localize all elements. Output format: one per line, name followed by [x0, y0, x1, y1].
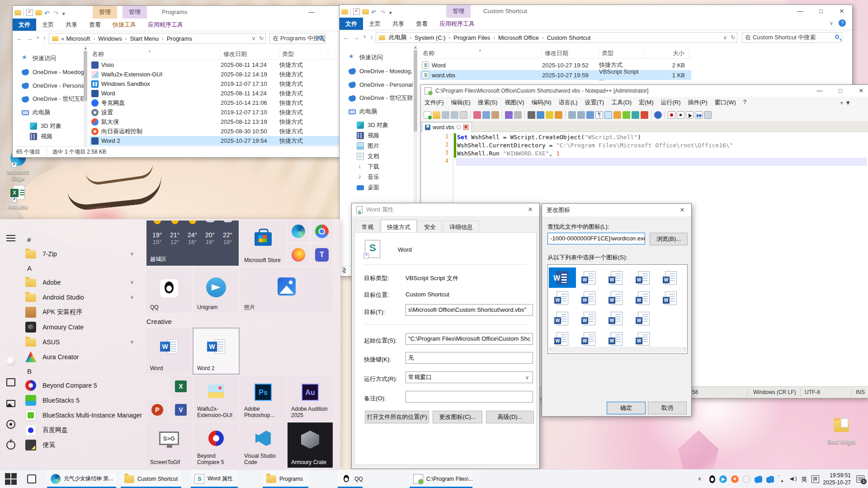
breadcrumb-item[interactable]: Microsoft	[66, 35, 91, 42]
tray-clock[interactable]: 19:59:51 2025-10-27	[823, 472, 851, 486]
icon-option[interactable]	[630, 328, 657, 349]
open-file-icon[interactable]	[433, 111, 440, 119]
sidebar-item[interactable]: OneDrive - 世纪互联	[340, 93, 417, 103]
tile-microsoft-store[interactable]: Microsoft Store	[241, 221, 286, 266]
redo-icon[interactable]	[380, 8, 387, 15]
start-button[interactable]	[5, 473, 17, 485]
menu-item[interactable]: 宏(M)	[635, 99, 657, 107]
sync-v-icon[interactable]	[568, 111, 576, 119]
icon-path-input[interactable]: -1000-0000000FF1CE}\wordicon.exe	[547, 233, 645, 244]
sync-h-icon[interactable]	[577, 111, 585, 119]
sidebar-item[interactable]: 桌面	[340, 182, 417, 192]
recent-icon[interactable]: ∨	[363, 34, 366, 41]
menu-item[interactable]: 视图(V)	[501, 99, 528, 107]
print-icon[interactable]	[460, 111, 467, 119]
taskbar-button-notepad[interactable]: C:\Program Files\...	[410, 469, 472, 488]
tray-ime-indicator[interactable]: 拼	[811, 475, 819, 483]
cut-icon[interactable]	[473, 111, 481, 119]
icon-option[interactable]	[576, 328, 603, 349]
menu-item[interactable]: 文件(F)	[421, 99, 448, 107]
minimize-button[interactable]: —	[809, 85, 830, 97]
app-list-item[interactable]: APK 安装程序 ∨	[22, 305, 140, 319]
pictures-icon[interactable]	[6, 400, 15, 407]
qat-customize-icon[interactable]	[389, 8, 396, 15]
icon-option[interactable]	[603, 308, 630, 328]
tray-app-icon[interactable]	[731, 475, 739, 483]
address-dropdown-icon[interactable]: ∨	[251, 35, 255, 42]
run-macro-multi-icon[interactable]	[695, 111, 703, 119]
search-input[interactable]: 在 Custom Shortcut 中搜索	[742, 32, 842, 43]
context-tab-app-tools[interactable]: 管理	[123, 6, 147, 19]
file-row[interactable]: 设置 2019-12-07 17:10 快捷方式	[90, 108, 341, 117]
icon-list[interactable]: ‹›	[547, 264, 688, 354]
start-in-input[interactable]: "C:\Program Files\Microsoft Office\Custo…	[406, 333, 533, 345]
settings-icon[interactable]	[6, 420, 15, 429]
sidebar-item[interactable]: 下载	[340, 161, 417, 172]
indent-guide-icon[interactable]	[604, 111, 612, 119]
ribbon-tab[interactable]: 应用程序工具	[434, 18, 481, 30]
up-icon[interactable]: ↑	[370, 34, 373, 41]
file-row[interactable]: Word 2 2025-10-27 19:54 快捷方式	[90, 136, 341, 145]
save-all-icon[interactable]	[451, 111, 458, 119]
tray-onedrive2-icon[interactable]	[766, 475, 774, 483]
word-wrap-icon[interactable]	[586, 111, 594, 119]
undo-icon[interactable]	[371, 8, 378, 15]
breadcrumb-item[interactable]: Start Menu	[129, 35, 160, 42]
expand-chevron-icon[interactable]: ∨	[130, 251, 134, 257]
app-list-item[interactable]: 便笺 ∨	[22, 437, 140, 452]
taskbar-button-qq[interactable]: QQ	[338, 469, 363, 488]
breadcrumb-item[interactable]: Programs	[166, 35, 193, 42]
app-list-item[interactable]: 百度网盘 ∨	[22, 422, 140, 437]
maximize-button[interactable]: □	[830, 85, 851, 97]
close-button[interactable]: ✕	[521, 203, 539, 216]
refresh-icon[interactable]: ↻	[731, 34, 735, 41]
tile-visio[interactable]: V	[170, 399, 192, 421]
file-row[interactable]: Windows Sandbox 2019-12-07 17:10 快捷方式	[90, 79, 341, 89]
forward-icon[interactable]: →	[26, 35, 33, 42]
breadcrumb[interactable]: 此电脑›System (C:)›Program Files›Microsoft …	[376, 32, 737, 43]
menu-item[interactable]: 编辑(E)	[448, 99, 474, 107]
tile-audition[interactable]: Au Adobe Audition 2025	[288, 375, 333, 421]
ribbon-tab[interactable]: 共享	[60, 19, 83, 31]
sidebar-item[interactable]: 图片	[340, 141, 417, 151]
ribbon-tab[interactable]: 主页	[36, 19, 60, 31]
browse-button[interactable]: 浏览(B)...	[650, 233, 688, 245]
breadcrumb-item[interactable]: Custom Shortcut	[546, 34, 592, 41]
tile-screentogif[interactable]: S>G ScreenToGif	[146, 422, 192, 468]
quick-access-toolbar[interactable]	[341, 7, 396, 15]
ribbon-tab[interactable]: 查看	[410, 18, 434, 30]
monitor-icon[interactable]	[654, 111, 662, 119]
task-view-button[interactable]	[27, 474, 36, 483]
app-list-item[interactable]: Armoury Crate ∨	[22, 319, 140, 334]
menu-item[interactable]: 窗口(W)	[711, 99, 740, 107]
file-row[interactable]: word.vbs 2025-10-27 19:59 VBScript Scrip…	[420, 70, 691, 80]
titlebar[interactable]: 管理 Custom Shortcut — □ ✕	[340, 5, 852, 18]
icon-option[interactable]	[603, 267, 630, 288]
icon-option[interactable]	[549, 328, 576, 349]
app-list-item[interactable]: # ∨	[22, 233, 140, 246]
column-name[interactable]: 名称∧	[90, 49, 221, 59]
replace-icon[interactable]	[537, 111, 544, 119]
file-row[interactable]: Word 2025-08-11 14:24 快捷方式	[90, 89, 341, 98]
sidebar-item[interactable]: OneDrive - Moedog,	[340, 66, 417, 76]
breadcrumb-item[interactable]: System (C:)	[414, 34, 447, 41]
tile-armoury-crate[interactable]: Armoury Crate	[288, 422, 333, 468]
app-list-item[interactable]: ASUS ∨	[22, 334, 140, 349]
column-date[interactable]: 修改日期	[542, 48, 599, 58]
icon-option[interactable]	[657, 267, 684, 288]
tab-controls[interactable]: + ▼	[836, 99, 854, 106]
column-size[interactable]: 大小	[644, 48, 689, 58]
copy-icon[interactable]	[482, 111, 490, 119]
ribbon-tab[interactable]: 文件	[340, 18, 363, 30]
tile-teams[interactable]: T	[311, 244, 333, 266]
expand-chevron-icon[interactable]: ∨	[130, 339, 134, 345]
context-tab-shortcut-tools[interactable]: 管理	[93, 6, 117, 19]
zoom-out-icon[interactable]	[555, 111, 562, 119]
menu-item[interactable]: 工具(O)	[608, 99, 635, 107]
tray-language-indicator[interactable]: 英	[802, 475, 807, 483]
breadcrumb-item[interactable]: Program Files	[453, 34, 491, 41]
minimize-button[interactable]: —	[302, 6, 321, 19]
horizontal-scrollbar[interactable]: ‹›	[549, 347, 686, 352]
sidebar-item[interactable]: OneDrive - 世纪互联	[13, 94, 87, 104]
change-icon-button[interactable]: 更改图标(C)...	[433, 411, 482, 423]
